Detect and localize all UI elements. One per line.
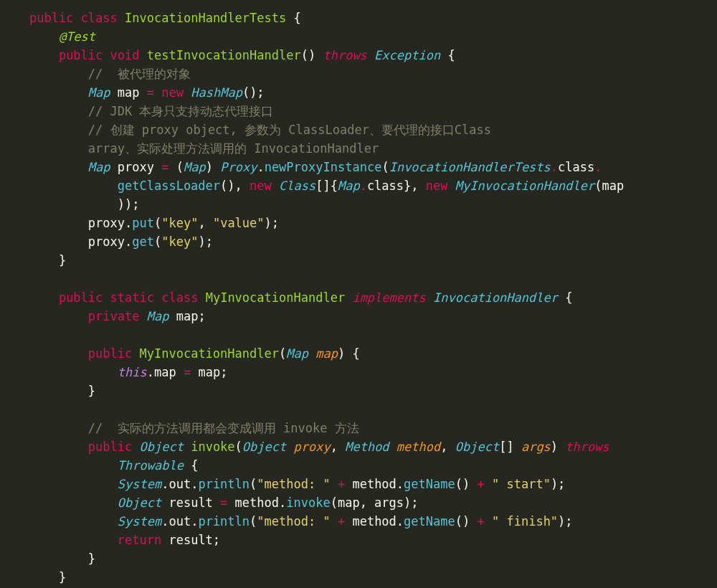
code-block: public class InvocationHandlerTests { @T… xyxy=(0,0,717,588)
param-map: map xyxy=(315,346,338,361)
method-invoke: invoke xyxy=(191,440,234,454)
comment: // 实际的方法调用都会变成调用 invoke 方法 xyxy=(88,421,359,435)
call-put: put xyxy=(132,216,154,230)
ref-out: out xyxy=(168,514,191,528)
kw-return: return xyxy=(118,533,161,547)
kw-void: void xyxy=(110,48,140,62)
kw-class: class xyxy=(81,11,118,25)
type-object: Object xyxy=(455,440,499,454)
kw-new: new xyxy=(250,179,272,193)
type-object: Object xyxy=(118,495,161,510)
ref-system: System xyxy=(118,477,161,491)
ref-out: out xyxy=(168,477,191,491)
type-map: Map xyxy=(184,160,206,174)
ref-method: method xyxy=(352,514,396,528)
type-object: Object xyxy=(242,440,286,454)
kw-public: public xyxy=(59,48,103,62)
var-result: result xyxy=(168,495,212,510)
field-map: map xyxy=(176,309,199,323)
param-method: method xyxy=(397,440,440,454)
call-getname: getName xyxy=(404,477,455,491)
kw-this: this xyxy=(118,365,147,379)
type-throwable: Throwable xyxy=(118,458,184,473)
type-map: Map xyxy=(147,309,169,323)
kw-private: private xyxy=(88,309,140,323)
type-proxy: Proxy xyxy=(220,160,257,174)
kw-throws: throws xyxy=(565,440,609,454)
kw-new: new xyxy=(426,179,448,193)
method-name: testInvocationHandler xyxy=(147,48,301,62)
call-println: println xyxy=(198,514,250,528)
comment: array、实际处理方法调用的 InvocationHandler xyxy=(88,141,379,156)
kw-new: new xyxy=(161,85,184,100)
type-hashmap: HashMap xyxy=(191,85,242,100)
call-invoke: invoke xyxy=(286,495,330,510)
var-result: result xyxy=(168,533,212,547)
kw-throws: throws xyxy=(323,48,366,62)
call-getcl: getClassLoader xyxy=(118,179,220,193)
str-method: "method: " xyxy=(257,514,330,528)
type-myinv: MyInvocationHandler xyxy=(455,179,594,193)
class-name: InvocationHandlerTests xyxy=(125,11,286,25)
type-map: Map xyxy=(88,160,110,174)
var-proxy: proxy xyxy=(118,160,154,174)
kw-public: public xyxy=(29,11,73,25)
type-map: Map xyxy=(338,179,360,193)
kw-public: public xyxy=(88,346,132,361)
type-method: Method xyxy=(345,440,389,454)
param-proxy: proxy xyxy=(294,440,331,454)
comment: // JDK 本身只支持动态代理接口 xyxy=(88,104,274,118)
inner-class: MyInvocationHandler xyxy=(206,290,345,305)
type-invhtests: InvocationHandlerTests xyxy=(389,160,551,174)
kw-public: public xyxy=(88,440,132,454)
str-finish: " finish" xyxy=(492,514,558,528)
call-println: println xyxy=(198,477,250,491)
kw-implements: implements xyxy=(352,290,425,305)
field-map: map xyxy=(154,365,176,379)
str-value: "value" xyxy=(213,216,265,230)
comment: // 创建 proxy object, 参数为 ClassLoader、要代理的… xyxy=(88,123,491,137)
ref-method: method xyxy=(352,477,396,491)
var-map: map xyxy=(118,85,140,100)
ref-method: method xyxy=(235,495,279,510)
kw-class: class xyxy=(161,290,198,305)
call-newproxy: newProxyInstance xyxy=(265,160,382,174)
param-map: map xyxy=(198,365,220,379)
str-start: " start" xyxy=(492,477,551,491)
type-map: Map xyxy=(286,346,308,361)
str-method: "method: " xyxy=(257,477,330,491)
ref-system: System xyxy=(118,514,161,528)
type-object: Object xyxy=(140,440,184,454)
var-proxy: proxy xyxy=(88,234,125,249)
type-class: Class xyxy=(279,179,315,193)
param-args: args xyxy=(521,440,551,454)
type-map: Map xyxy=(88,85,110,100)
call-get: get xyxy=(132,234,154,249)
str-key: "key" xyxy=(161,234,198,249)
ctor-name: MyInvocationHandler xyxy=(140,346,279,361)
str-key: "key" xyxy=(161,216,198,230)
comment: // 被代理的对象 xyxy=(88,67,191,81)
kw-static: static xyxy=(110,290,154,305)
call-getname: getName xyxy=(404,514,455,528)
kw-public: public xyxy=(59,290,103,305)
type-exception: Exception xyxy=(374,48,440,62)
var-proxy: proxy xyxy=(88,216,125,230)
type-iface: InvocationHandler xyxy=(433,290,558,305)
annotation: @Test xyxy=(59,29,95,44)
